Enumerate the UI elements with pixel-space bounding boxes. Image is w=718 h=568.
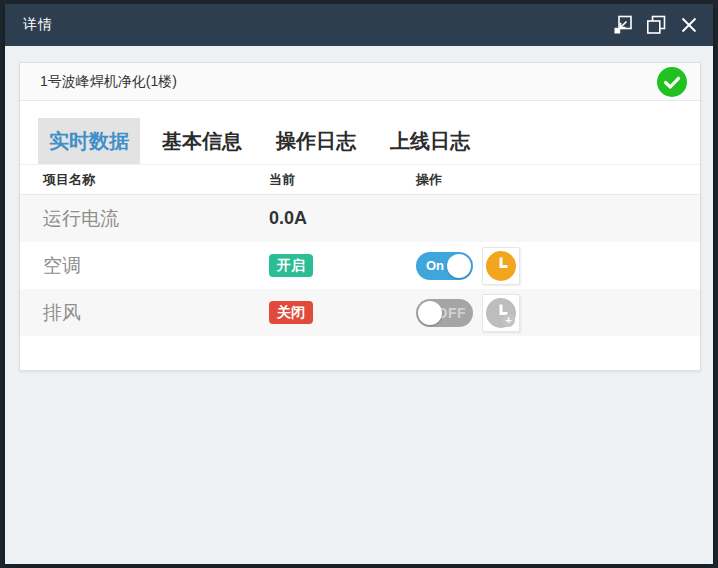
status-badge-off: 关闭 [269,301,313,324]
col-header-name: 项目名称 [43,171,269,189]
row-label: 运行电流 [43,206,269,232]
table-row-current: 运行电流 0.0A [20,195,700,242]
details-modal: 详情 [5,4,713,564]
titlebar-icons [612,14,700,36]
online-status-icon [657,67,687,97]
exhaust-power-toggle[interactable]: OFF [416,299,473,327]
restore-window-icon[interactable] [612,14,634,36]
tab-realtime-data[interactable]: 实时数据 [38,118,140,164]
exhaust-timer-button[interactable]: + [482,294,520,332]
device-header: 1号波峰焊机净化(1楼) [20,63,700,101]
plus-icon: + [502,314,515,327]
close-icon[interactable] [678,14,700,36]
modal-titlebar: 详情 [5,4,713,46]
toggle-label: On [426,252,444,280]
tab-basic-info[interactable]: 基本信息 [150,118,254,164]
tab-bar: 实时数据 基本信息 操作日志 上线日志 [38,118,700,164]
status-badge-on: 开启 [269,254,313,277]
toggle-knob [447,254,471,278]
tab-online-log[interactable]: 上线日志 [378,118,482,164]
row-label: 空调 [43,253,269,279]
row-value: 0.0A [269,208,416,229]
row-label: 排风 [43,300,269,326]
table-header-row: 项目名称 当前 操作 [20,164,700,195]
clock-add-icon: + [486,298,516,328]
maximize-window-icon[interactable] [645,14,667,36]
tab-operation-log[interactable]: 操作日志 [264,118,368,164]
col-header-action: 操作 [416,171,700,189]
modal-title: 详情 [23,16,53,34]
device-name: 1号波峰焊机净化(1楼) [40,73,177,91]
toggle-knob [418,301,442,325]
table-row-ac: 空调 开启 On [20,242,700,289]
ac-timer-button[interactable] [482,247,520,285]
table-row-exhaust: 排风 关闭 OFF + [20,289,700,336]
clock-icon [486,251,516,281]
col-header-current: 当前 [269,171,416,189]
device-panel: 1号波峰焊机净化(1楼) 实时数据 基本信息 操作日志 上线日志 项目名称 当前… [19,62,701,371]
ac-power-toggle[interactable]: On [416,252,473,280]
modal-body: 1号波峰焊机净化(1楼) 实时数据 基本信息 操作日志 上线日志 项目名称 当前… [5,46,713,564]
